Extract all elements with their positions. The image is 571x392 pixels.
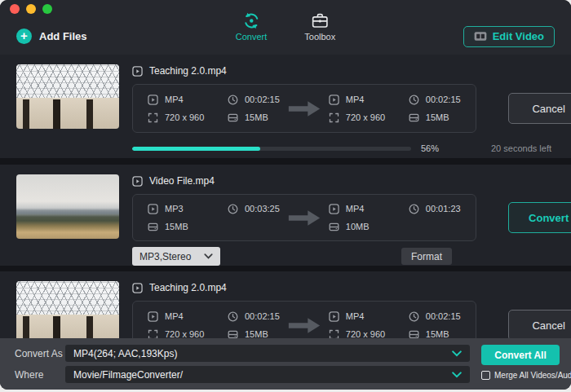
audio-preset-value: MP3,Stereo xyxy=(139,251,191,262)
progress-percent: 56% xyxy=(421,143,445,153)
format-icon xyxy=(329,204,339,214)
source-size: 15MB xyxy=(245,112,268,122)
target-size: 15MB xyxy=(426,329,449,338)
conversion-info-panel: MP4 00:02:15 720 x 960 15MB MP4 00:02:15… xyxy=(132,84,476,133)
convert-all-button[interactable]: Convert All xyxy=(481,345,560,365)
size-icon xyxy=(228,329,238,339)
size-icon xyxy=(409,112,419,123)
source-format: MP4 xyxy=(165,311,184,321)
convert-button[interactable]: Convert xyxy=(508,202,571,233)
play-square-icon xyxy=(132,66,143,77)
resolution-icon xyxy=(329,329,339,339)
file-title: Teaching 2.0.mp4 xyxy=(132,281,551,294)
main-tabs: Convert Toolbox xyxy=(236,11,335,42)
file-title: Teaching 2.0.mp4 xyxy=(132,64,551,77)
file-name: Teaching 2.0.mp4 xyxy=(149,282,227,293)
source-duration: 00:02:15 xyxy=(245,311,280,321)
edit-video-label: Edit Video xyxy=(493,30,544,42)
play-square-icon xyxy=(132,176,143,187)
merge-label: Merge All Videos/Audios xyxy=(494,371,571,380)
target-resolution: 720 x 960 xyxy=(346,112,385,122)
source-duration: 00:03:25 xyxy=(245,204,280,214)
resolution-icon xyxy=(148,329,158,339)
progress-fill xyxy=(132,147,260,151)
clock-icon xyxy=(228,204,238,214)
where-value: Movie/FilmageConverter/ xyxy=(73,369,183,381)
where-select[interactable]: Movie/FilmageConverter/ xyxy=(65,366,470,383)
clock-icon xyxy=(409,311,419,322)
audio-preset-select[interactable]: MP3,Stereo xyxy=(132,247,220,266)
tab-toolbox[interactable]: Toolbox xyxy=(304,11,335,42)
target-size: 10MB xyxy=(346,222,370,231)
target-stats: MP4 00:01:23 10MB xyxy=(329,201,461,234)
file-row-2: Video File.mp4 MP3 00:03:25 15MB MP4 00:… xyxy=(0,165,571,266)
format-icon xyxy=(329,311,339,322)
tab-toolbox-label: Toolbox xyxy=(304,32,335,42)
arrow-right-icon xyxy=(286,99,322,119)
tab-convert[interactable]: Convert xyxy=(236,11,268,42)
arrow-right-icon xyxy=(286,208,322,228)
target-format: MP4 xyxy=(346,204,365,214)
chevron-down-icon xyxy=(452,372,462,378)
cancel-button[interactable]: Cancel xyxy=(508,93,571,124)
clock-icon xyxy=(228,311,238,322)
minimize-window-button[interactable] xyxy=(26,4,36,14)
target-duration: 00:02:15 xyxy=(426,95,461,104)
convert-as-label: Convert As xyxy=(15,348,65,359)
arrow-right-icon xyxy=(286,315,322,336)
clock-icon xyxy=(228,95,238,105)
preset-row: MP3,Stereo Format xyxy=(132,247,551,266)
progress-row: 56% 20 seconds left xyxy=(132,143,551,153)
target-duration: 00:02:15 xyxy=(426,311,461,321)
time-remaining: 20 seconds left xyxy=(473,143,551,153)
file-name: Video File.mp4 xyxy=(149,175,215,187)
add-files-label: Add Files xyxy=(39,30,87,42)
close-window-button[interactable] xyxy=(10,4,20,14)
film-frame-icon xyxy=(474,31,487,42)
convert-as-value: MP4(264; AAC,193Kps) xyxy=(73,348,177,359)
video-thumbnail xyxy=(16,281,119,338)
play-square-icon xyxy=(132,283,143,293)
size-icon xyxy=(409,329,419,339)
size-icon xyxy=(228,112,238,123)
conversion-info-panel: MP4 00:02:15 720 x 960 15MB MP4 00:02:15… xyxy=(132,301,476,338)
target-format: MP4 xyxy=(346,95,365,104)
zoom-window-button[interactable] xyxy=(42,4,52,14)
format-icon xyxy=(329,95,339,105)
target-format: MP4 xyxy=(346,311,365,321)
video-thumbnail xyxy=(16,64,119,129)
source-stats: MP4 00:02:15 720 x 960 15MB xyxy=(148,92,280,125)
format-icon xyxy=(148,311,158,322)
chevron-down-icon xyxy=(204,253,213,259)
plus-icon: + xyxy=(16,29,32,44)
toolbox-icon xyxy=(311,11,330,30)
target-duration: 00:01:23 xyxy=(426,204,461,214)
resolution-icon xyxy=(148,112,158,123)
edit-video-button[interactable]: Edit Video xyxy=(463,26,555,47)
source-resolution: 720 x 960 xyxy=(165,329,204,338)
conversion-info-panel: MP3 00:03:25 15MB MP4 00:01:23 10MB xyxy=(132,194,476,241)
toolbar: + Add Files Convert Toolbox Edit Video xyxy=(0,18,571,55)
convert-as-select[interactable]: MP4(264; AAC,193Kps) xyxy=(65,345,470,362)
target-stats: MP4 00:02:15 720 x 960 15MB xyxy=(329,92,461,125)
target-size: 15MB xyxy=(426,112,449,122)
app-window: + Add Files Convert Toolbox Edit Video xyxy=(0,0,571,390)
cancel-button[interactable]: Cancel xyxy=(508,310,571,338)
source-format: MP3 xyxy=(165,204,184,214)
source-resolution: 720 x 960 xyxy=(165,112,204,122)
source-size: 15MB xyxy=(245,329,268,338)
progress-bar xyxy=(132,147,411,151)
format-button[interactable]: Format xyxy=(401,248,452,265)
tab-convert-label: Convert xyxy=(236,32,268,42)
merge-all-option[interactable]: Merge All Videos/Audios xyxy=(481,371,571,380)
source-size: 15MB xyxy=(165,222,188,231)
video-thumbnail xyxy=(16,174,119,239)
source-format: MP4 xyxy=(165,95,184,104)
where-label: Where xyxy=(15,369,65,381)
sync-arrows-icon xyxy=(242,11,261,30)
source-stats: MP4 00:02:15 720 x 960 15MB xyxy=(148,309,280,338)
source-duration: 00:02:15 xyxy=(245,95,280,104)
add-files-button[interactable]: + Add Files xyxy=(16,29,87,44)
merge-checkbox[interactable] xyxy=(481,371,490,380)
source-stats: MP3 00:03:25 15MB xyxy=(148,201,280,234)
